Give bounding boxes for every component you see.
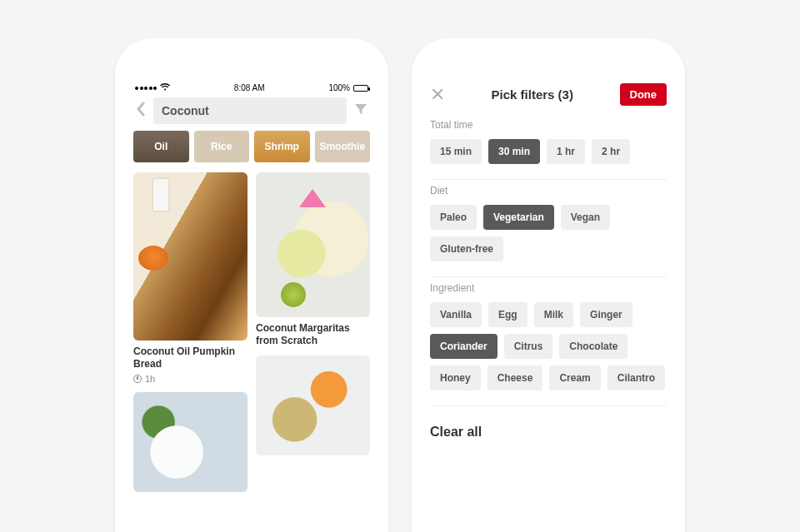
pin-title: Coconut Margaritas from Scratch [256, 322, 370, 347]
filter-chip[interactable]: Cream [549, 365, 600, 390]
filter-chip[interactable]: 1 hr [547, 139, 585, 164]
section-label: Total time [430, 119, 667, 131]
clear-all-button[interactable]: Clear all [430, 425, 667, 440]
filter-chip[interactable]: Cilantro [608, 365, 665, 390]
search-input[interactable]: Coconut [153, 97, 347, 124]
filter-chip[interactable]: Paleo [430, 205, 477, 230]
filter-chip[interactable]: Coriander [430, 334, 498, 359]
tile-rice[interactable]: Rice [194, 131, 250, 162]
section-label: Diet [430, 185, 667, 196]
filter-chip[interactable]: Vanilla [430, 302, 482, 327]
close-icon[interactable]: ✕ [430, 84, 445, 106]
pin-meta: 1h [133, 374, 248, 384]
pin-thumbnail [256, 355, 370, 455]
filter-chip[interactable]: Citrus [504, 334, 553, 359]
pin-thumbnail [256, 172, 370, 317]
filter-chip[interactable]: Milk [534, 302, 573, 327]
clock-icon [133, 375, 142, 383]
section-total-time: Total time 15 min30 min1 hr2 hr [430, 119, 667, 180]
section-diet: Diet PaleoVegetarianVeganGluten-free [430, 185, 667, 277]
tile-smoothie[interactable]: Smoothie [315, 131, 371, 162]
filter-chip[interactable]: Chocolate [559, 334, 628, 359]
filter-icon[interactable] [352, 102, 370, 121]
signal-dots-icon [135, 87, 157, 90]
filter-chip[interactable]: 15 min [430, 139, 482, 164]
section-ingredient: Ingredient VanillaEggMilkGingerCoriander… [430, 282, 667, 406]
pin-card[interactable] [133, 392, 248, 492]
filter-chip[interactable]: Egg [488, 302, 528, 327]
status-battery-text: 100% [328, 83, 350, 92]
search-value: Coconut [162, 104, 209, 117]
filter-chip[interactable]: 30 min [488, 139, 540, 164]
tile-oil[interactable]: Oil [133, 131, 189, 162]
filter-chip[interactable]: Gluten-free [430, 236, 503, 261]
filter-chip[interactable]: Vegan [561, 205, 610, 230]
filter-chip[interactable]: Ginger [580, 302, 632, 327]
done-button[interactable]: Done [620, 83, 668, 106]
battery-icon [353, 85, 368, 92]
pin-thumbnail [133, 392, 248, 492]
tile-shrimp[interactable]: Shrimp [254, 131, 310, 162]
section-label: Ingredient [430, 282, 667, 294]
wifi-icon [160, 83, 170, 92]
filter-chip[interactable]: Vegetarian [483, 205, 554, 230]
status-bar: 8:08 AM 100% [133, 83, 370, 97]
pin-card[interactable]: Coconut Margaritas from Scratch [256, 172, 370, 347]
pin-title: Coconut Oil Pumpkin Bread [133, 346, 248, 370]
phone-search: 8:08 AM 100% Coconut Oil Rice [115, 38, 388, 532]
pin-duration: 1h [145, 374, 155, 384]
filter-chip[interactable]: Honey [430, 365, 481, 390]
back-button[interactable] [133, 102, 148, 121]
pin-thumbnail [133, 172, 248, 341]
pin-card[interactable]: Coconut Oil Pumpkin Bread 1h [133, 172, 248, 384]
phone-filters: ✕ Pick filters (3) Done Total time 15 mi… [412, 38, 685, 532]
pin-card[interactable] [256, 355, 370, 455]
status-time: 8:08 AM [234, 83, 265, 92]
suggestion-tiles: Oil Rice Shrimp Smoothie [133, 131, 370, 162]
filter-chip[interactable]: Cheese [488, 365, 543, 390]
filter-chip[interactable]: 2 hr [592, 139, 630, 164]
filters-title: Pick filters (3) [492, 87, 573, 102]
